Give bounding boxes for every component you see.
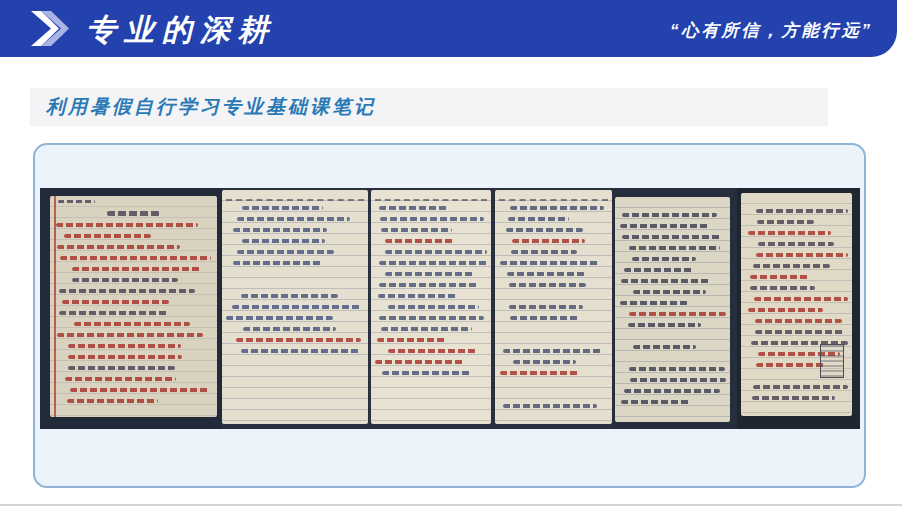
handwriting-line — [752, 396, 835, 400]
handwriting-line — [232, 305, 362, 309]
handwriting-line — [65, 377, 176, 381]
handwriting-line — [622, 235, 721, 239]
handwriting-line — [243, 327, 336, 331]
handwriting-line — [379, 261, 487, 265]
handwriting-line — [511, 250, 577, 254]
handwriting-line — [508, 217, 569, 221]
handwriting-line — [385, 239, 455, 243]
handwriting-line — [757, 220, 814, 224]
handwriting-line — [70, 388, 210, 392]
handwriting-line — [510, 316, 580, 320]
handwriting-line — [68, 344, 181, 348]
handwriting-line — [380, 217, 484, 221]
handwriting-line — [756, 253, 848, 257]
handwriting-line — [375, 360, 465, 364]
handwriting-line — [64, 234, 151, 238]
handwriting-line — [620, 301, 688, 305]
handwriting-line — [59, 289, 195, 293]
handwriting-line — [629, 312, 726, 316]
exercise-header-dashed-line — [226, 199, 364, 201]
handwriting-line — [60, 256, 211, 260]
handwriting-line — [756, 209, 848, 213]
handwriting-line — [233, 261, 322, 265]
handwriting-line — [756, 363, 824, 367]
notebook-photo-1 — [40, 188, 222, 429]
handwriting-line — [56, 223, 198, 227]
handwriting-line — [379, 316, 484, 320]
notebook-page — [495, 190, 612, 424]
handwriting-line — [510, 206, 604, 210]
notebook-photo-5 — [613, 188, 737, 429]
handwriting-line — [379, 283, 478, 287]
handwriting-line — [754, 297, 848, 301]
handwriting-line — [388, 305, 479, 309]
handwriting-line — [241, 349, 359, 353]
slide: 专业的深耕 “心有所信，方能行远” 利用暑假自行学习专业基础课笔记 — [0, 0, 902, 509]
handwriting-line — [624, 389, 720, 393]
section-heading: 利用暑假自行学习专业基础课笔记 — [46, 94, 376, 120]
handwriting-line — [630, 378, 726, 382]
notebook-page — [615, 197, 730, 422]
handwriting-line — [57, 245, 180, 249]
handwriting-line — [506, 228, 583, 232]
notes-title-line — [107, 211, 160, 216]
handwriting-line — [226, 316, 333, 320]
handwriting-line — [633, 345, 696, 349]
page-title: 专业的深耕 — [86, 10, 276, 51]
handwriting-line — [758, 242, 834, 246]
handwriting-line — [378, 294, 457, 298]
handwriting-line — [62, 300, 169, 304]
handwriting-line — [621, 400, 691, 404]
handwriting-line — [500, 261, 599, 265]
handwriting-line — [750, 275, 810, 279]
handwriting-line — [242, 206, 323, 210]
red-margin-line — [54, 196, 56, 417]
handwriting-line — [67, 399, 158, 403]
handwriting-line — [748, 231, 831, 235]
handwriting-line — [755, 319, 842, 323]
handwriting-line — [620, 224, 709, 228]
handwriting-line — [629, 367, 725, 371]
notebook-photo-6 — [737, 188, 860, 429]
photo-strip — [40, 188, 860, 429]
header-quote: “心有所信，方能行远” — [670, 19, 873, 42]
handwriting-line — [632, 257, 696, 261]
handwriting-line — [500, 371, 579, 375]
notebook-photo-2 — [222, 188, 370, 429]
handwriting-line — [57, 333, 203, 337]
notes-card — [33, 143, 866, 488]
handwriting-line — [379, 206, 449, 210]
handwriting-line — [622, 213, 717, 217]
exercise-header-dashed-line — [375, 199, 487, 201]
handwriting-line — [628, 323, 701, 327]
handwriting-line — [509, 283, 586, 287]
handwriting-line — [68, 366, 175, 370]
handwriting-line — [621, 279, 710, 283]
handwriting-line — [241, 294, 338, 298]
handwriting-line — [72, 267, 202, 271]
notebook-page — [371, 190, 491, 424]
handwriting-line — [503, 404, 597, 408]
notes-date-line — [58, 200, 95, 203]
notebook-photo-3 — [370, 188, 493, 429]
handwriting-line — [74, 322, 190, 326]
handwriting-line — [624, 268, 694, 272]
exercise-header-dashed-line — [499, 199, 608, 201]
handwriting-line — [242, 239, 325, 243]
handwriting-line — [755, 330, 844, 334]
handwriting-line — [381, 228, 452, 232]
double-chevron-icon — [27, 8, 69, 49]
handwriting-line — [233, 228, 327, 232]
handwriting-line — [237, 250, 334, 254]
handwriting-line — [59, 311, 169, 315]
handwriting-line — [750, 286, 815, 290]
handwriting-line — [633, 290, 706, 294]
handwriting-line — [629, 246, 720, 250]
handwriting-line — [382, 371, 471, 375]
handwriting-line — [513, 360, 576, 364]
handwriting-line — [753, 385, 848, 389]
handwriting-line — [748, 308, 823, 312]
handwriting-line — [512, 239, 585, 243]
handwriting-line — [237, 217, 350, 221]
notebook-page — [50, 196, 217, 417]
